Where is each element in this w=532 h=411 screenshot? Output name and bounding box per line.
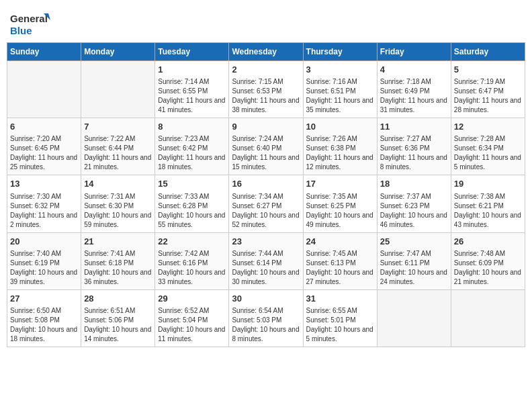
- day-number: 12: [454, 121, 522, 133]
- day-number: 15: [158, 178, 226, 190]
- day-number: 27: [10, 293, 78, 305]
- calendar-cell: 30Sunrise: 6:54 AM Sunset: 5:03 PM Dayli…: [229, 289, 303, 347]
- page-header: GeneralBlue: [7, 7, 525, 37]
- day-info: Sunrise: 7:15 AM Sunset: 6:53 PM Dayligh…: [232, 77, 300, 115]
- day-number: 14: [84, 178, 152, 190]
- calendar-week-5: 27Sunrise: 6:50 AM Sunset: 5:08 PM Dayli…: [7, 289, 525, 347]
- day-info: Sunrise: 7:34 AM Sunset: 6:27 PM Dayligh…: [232, 192, 300, 230]
- day-info: Sunrise: 7:24 AM Sunset: 6:40 PM Dayligh…: [232, 134, 300, 172]
- col-header-thursday: Thursday: [303, 43, 377, 61]
- day-number: 29: [158, 293, 226, 305]
- day-number: 6: [10, 121, 78, 133]
- calendar-cell: 11Sunrise: 7:27 AM Sunset: 6:36 PM Dayli…: [377, 118, 451, 175]
- calendar-cell: [377, 289, 451, 347]
- col-header-monday: Monday: [81, 43, 155, 61]
- calendar-cell: 20Sunrise: 7:40 AM Sunset: 6:19 PM Dayli…: [7, 232, 81, 289]
- calendar-cell: 29Sunrise: 6:52 AM Sunset: 5:04 PM Dayli…: [155, 289, 229, 347]
- day-info: Sunrise: 7:23 AM Sunset: 6:42 PM Dayligh…: [158, 134, 226, 172]
- calendar-cell: 15Sunrise: 7:33 AM Sunset: 6:28 PM Dayli…: [155, 175, 229, 232]
- day-info: Sunrise: 6:50 AM Sunset: 5:08 PM Dayligh…: [10, 306, 78, 344]
- day-number: 17: [306, 178, 374, 190]
- col-header-sunday: Sunday: [7, 43, 81, 61]
- day-info: Sunrise: 7:44 AM Sunset: 6:14 PM Dayligh…: [232, 249, 300, 287]
- calendar-cell: 4Sunrise: 7:18 AM Sunset: 6:49 PM Daylig…: [377, 61, 451, 118]
- day-info: Sunrise: 7:16 AM Sunset: 6:51 PM Dayligh…: [306, 77, 374, 115]
- calendar-cell: 3Sunrise: 7:16 AM Sunset: 6:51 PM Daylig…: [303, 61, 377, 118]
- col-header-tuesday: Tuesday: [155, 43, 229, 61]
- calendar-week-1: 1Sunrise: 7:14 AM Sunset: 6:55 PM Daylig…: [7, 61, 525, 118]
- calendar-cell: 1Sunrise: 7:14 AM Sunset: 6:55 PM Daylig…: [155, 61, 229, 118]
- day-number: 8: [158, 121, 226, 133]
- day-number: 13: [10, 178, 78, 190]
- day-info: Sunrise: 7:40 AM Sunset: 6:19 PM Dayligh…: [10, 249, 78, 287]
- logo: GeneralBlue: [10, 10, 50, 37]
- day-number: 28: [84, 293, 152, 305]
- calendar-cell: 19Sunrise: 7:38 AM Sunset: 6:21 PM Dayli…: [451, 175, 525, 232]
- day-info: Sunrise: 7:35 AM Sunset: 6:25 PM Dayligh…: [306, 192, 374, 230]
- day-number: 21: [84, 236, 152, 248]
- day-info: Sunrise: 7:31 AM Sunset: 6:30 PM Dayligh…: [84, 192, 152, 230]
- day-info: Sunrise: 7:47 AM Sunset: 6:11 PM Dayligh…: [380, 249, 448, 287]
- calendar-cell: 10Sunrise: 7:26 AM Sunset: 6:38 PM Dayli…: [303, 118, 377, 175]
- day-number: 5: [454, 64, 522, 76]
- day-info: Sunrise: 6:51 AM Sunset: 5:06 PM Dayligh…: [84, 306, 152, 344]
- day-info: Sunrise: 6:55 AM Sunset: 5:01 PM Dayligh…: [306, 306, 374, 344]
- col-header-friday: Friday: [377, 43, 451, 61]
- calendar-table: SundayMondayTuesdayWednesdayThursdayFrid…: [7, 42, 525, 347]
- calendar-cell: 16Sunrise: 7:34 AM Sunset: 6:27 PM Dayli…: [229, 175, 303, 232]
- day-info: Sunrise: 7:18 AM Sunset: 6:49 PM Dayligh…: [380, 77, 448, 115]
- day-number: 2: [232, 64, 300, 76]
- day-info: Sunrise: 7:33 AM Sunset: 6:28 PM Dayligh…: [158, 192, 226, 230]
- calendar-cell: 18Sunrise: 7:37 AM Sunset: 6:23 PM Dayli…: [377, 175, 451, 232]
- day-info: Sunrise: 7:26 AM Sunset: 6:38 PM Dayligh…: [306, 134, 374, 172]
- calendar-cell: 27Sunrise: 6:50 AM Sunset: 5:08 PM Dayli…: [7, 289, 81, 347]
- day-info: Sunrise: 7:48 AM Sunset: 6:09 PM Dayligh…: [454, 249, 522, 287]
- day-number: 24: [306, 236, 374, 248]
- calendar-cell: 6Sunrise: 7:20 AM Sunset: 6:45 PM Daylig…: [7, 118, 81, 175]
- calendar-cell: 14Sunrise: 7:31 AM Sunset: 6:30 PM Dayli…: [81, 175, 155, 232]
- day-number: 1: [158, 64, 226, 76]
- col-header-saturday: Saturday: [451, 43, 525, 61]
- day-number: 26: [454, 236, 522, 248]
- day-info: Sunrise: 7:37 AM Sunset: 6:23 PM Dayligh…: [380, 192, 448, 230]
- calendar-cell: 25Sunrise: 7:47 AM Sunset: 6:11 PM Dayli…: [377, 232, 451, 289]
- day-number: 4: [380, 64, 448, 76]
- logo-svg: GeneralBlue: [10, 10, 50, 37]
- calendar-cell: 12Sunrise: 7:28 AM Sunset: 6:34 PM Dayli…: [451, 118, 525, 175]
- calendar-cell: 13Sunrise: 7:30 AM Sunset: 6:32 PM Dayli…: [7, 175, 81, 232]
- calendar-cell: [81, 61, 155, 118]
- calendar-cell: 24Sunrise: 7:45 AM Sunset: 6:13 PM Dayli…: [303, 232, 377, 289]
- day-number: 30: [232, 293, 300, 305]
- day-number: 18: [380, 178, 448, 190]
- day-info: Sunrise: 7:45 AM Sunset: 6:13 PM Dayligh…: [306, 249, 374, 287]
- day-number: 22: [158, 236, 226, 248]
- day-info: Sunrise: 7:38 AM Sunset: 6:21 PM Dayligh…: [454, 192, 522, 230]
- calendar-cell: 26Sunrise: 7:48 AM Sunset: 6:09 PM Dayli…: [451, 232, 525, 289]
- svg-text:General: General: [10, 13, 48, 24]
- day-info: Sunrise: 6:54 AM Sunset: 5:03 PM Dayligh…: [232, 306, 300, 344]
- day-info: Sunrise: 7:28 AM Sunset: 6:34 PM Dayligh…: [454, 134, 522, 172]
- day-info: Sunrise: 7:14 AM Sunset: 6:55 PM Dayligh…: [158, 77, 226, 115]
- day-number: 31: [306, 293, 374, 305]
- calendar-cell: 9Sunrise: 7:24 AM Sunset: 6:40 PM Daylig…: [229, 118, 303, 175]
- day-number: 23: [232, 236, 300, 248]
- day-number: 16: [232, 178, 300, 190]
- day-number: 7: [84, 121, 152, 133]
- calendar-cell: 31Sunrise: 6:55 AM Sunset: 5:01 PM Dayli…: [303, 289, 377, 347]
- day-info: Sunrise: 7:41 AM Sunset: 6:18 PM Dayligh…: [84, 249, 152, 287]
- day-number: 9: [232, 121, 300, 133]
- calendar-week-3: 13Sunrise: 7:30 AM Sunset: 6:32 PM Dayli…: [7, 175, 525, 232]
- day-number: 25: [380, 236, 448, 248]
- calendar-cell: 17Sunrise: 7:35 AM Sunset: 6:25 PM Dayli…: [303, 175, 377, 232]
- calendar-cell: 8Sunrise: 7:23 AM Sunset: 6:42 PM Daylig…: [155, 118, 229, 175]
- calendar-cell: 21Sunrise: 7:41 AM Sunset: 6:18 PM Dayli…: [81, 232, 155, 289]
- svg-text:Blue: Blue: [10, 25, 32, 36]
- day-number: 3: [306, 64, 374, 76]
- calendar-cell: 23Sunrise: 7:44 AM Sunset: 6:14 PM Dayli…: [229, 232, 303, 289]
- day-info: Sunrise: 7:30 AM Sunset: 6:32 PM Dayligh…: [10, 192, 78, 230]
- calendar-week-2: 6Sunrise: 7:20 AM Sunset: 6:45 PM Daylig…: [7, 118, 525, 175]
- col-header-wednesday: Wednesday: [229, 43, 303, 61]
- day-number: 20: [10, 236, 78, 248]
- calendar-cell: 22Sunrise: 7:42 AM Sunset: 6:16 PM Dayli…: [155, 232, 229, 289]
- calendar-cell: 28Sunrise: 6:51 AM Sunset: 5:06 PM Dayli…: [81, 289, 155, 347]
